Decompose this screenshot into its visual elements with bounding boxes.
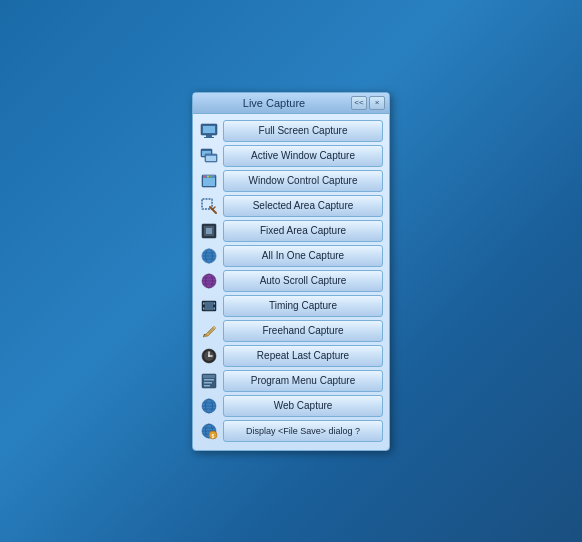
svg-rect-43: [203, 375, 215, 378]
active-window-icon: [199, 146, 219, 166]
menu-item-file-save: $ Display <File Save> dialog ?: [199, 420, 383, 442]
program-menu-capture-button[interactable]: Program Menu Capture: [223, 370, 383, 392]
close-button[interactable]: ×: [369, 96, 385, 110]
svg-rect-44: [204, 379, 214, 381]
svg-point-13: [210, 175, 212, 177]
menu-item-freehand: Freehand Capture: [199, 320, 383, 342]
selected-area-icon: [199, 196, 219, 216]
titlebar-buttons: << ×: [351, 96, 385, 110]
svg-rect-3: [204, 137, 214, 138]
svg-rect-35: [203, 307, 205, 309]
svg-rect-19: [206, 228, 212, 234]
panel-titlebar: Live Capture << ×: [193, 93, 389, 114]
panel-title: Live Capture: [197, 97, 351, 109]
program-menu-icon: [199, 371, 219, 391]
svg-point-12: [207, 175, 209, 177]
menu-item-selected-area: Selected Area Capture: [199, 195, 383, 217]
menu-item-fixed-area: Fixed Area Capture: [199, 220, 383, 242]
film-icon: [199, 296, 219, 316]
window-control-icon: [199, 171, 219, 191]
svg-line-16: [213, 207, 215, 209]
fixed-area-capture-button[interactable]: Fixed Area Capture: [223, 220, 383, 242]
active-window-capture-button[interactable]: Active Window Capture: [223, 145, 383, 167]
svg-point-41: [208, 355, 210, 357]
svg-rect-1: [203, 126, 215, 133]
web-icon: [199, 396, 219, 416]
menu-item-repeat-last: Repeat Last Capture: [199, 345, 383, 367]
menu-item-program-menu: Program Menu Capture: [199, 370, 383, 392]
freehand-icon: [199, 321, 219, 341]
repeat-last-capture-button[interactable]: Repeat Last Capture: [223, 345, 383, 367]
web-capture-button[interactable]: Web Capture: [223, 395, 383, 417]
svg-rect-46: [204, 385, 210, 387]
fixed-area-icon: [199, 221, 219, 241]
all-in-one-capture-button[interactable]: All In One Capture: [223, 245, 383, 267]
menu-item-active-window: Active Window Capture: [199, 145, 383, 167]
timing-capture-button[interactable]: Timing Capture: [223, 295, 383, 317]
monitor-icon: [199, 121, 219, 141]
svg-point-11: [204, 175, 206, 177]
selected-area-capture-button[interactable]: Selected Area Capture: [223, 195, 383, 217]
full-screen-capture-button[interactable]: Full Screen Capture: [223, 120, 383, 142]
svg-rect-45: [204, 382, 212, 384]
menu-item-web: Web Capture: [199, 395, 383, 417]
menu-item-auto-scroll: Auto Scroll Capture: [199, 270, 383, 292]
svg-rect-2: [206, 135, 212, 137]
auto-scroll-capture-button[interactable]: Auto Scroll Capture: [223, 270, 383, 292]
svg-rect-38: [205, 302, 213, 310]
menu-item-full-screen: Full Screen Capture: [199, 120, 383, 142]
display-file-save-dialog-button[interactable]: Display <File Save> dialog ?: [223, 420, 383, 442]
window-control-capture-button[interactable]: Window Control Capture: [223, 170, 383, 192]
menu-item-window-control: Window Control Capture: [199, 170, 383, 192]
svg-rect-37: [214, 307, 216, 309]
globe-icon: [199, 246, 219, 266]
file-save-icon: $: [199, 421, 219, 441]
live-capture-panel: Live Capture << × Full Screen Capture: [192, 92, 390, 451]
svg-rect-34: [203, 302, 205, 304]
globe-scroll-icon: [199, 271, 219, 291]
repeat-icon: [199, 346, 219, 366]
menu-item-timing: Timing Capture: [199, 295, 383, 317]
svg-rect-36: [214, 302, 216, 304]
collapse-button[interactable]: <<: [351, 96, 367, 110]
svg-rect-9: [203, 178, 215, 186]
svg-text:$: $: [212, 432, 215, 438]
svg-rect-7: [206, 156, 216, 161]
menu-item-all-in-one: All In One Capture: [199, 245, 383, 267]
menu-list: Full Screen Capture Active Window Captur…: [193, 114, 389, 442]
freehand-capture-button[interactable]: Freehand Capture: [223, 320, 383, 342]
